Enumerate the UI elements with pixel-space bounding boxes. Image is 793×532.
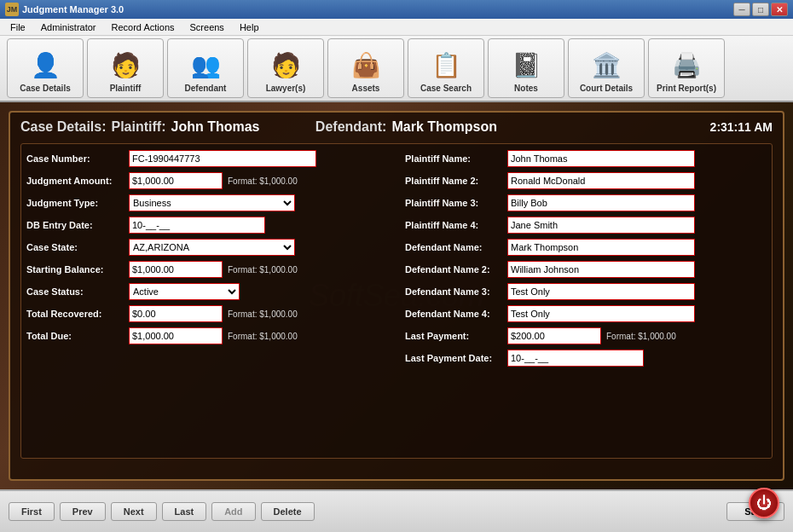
judgment-amount-format: Format: $1,000.00: [228, 176, 298, 186]
court-details-icon: 🏛️: [589, 48, 623, 82]
window-controls[interactable]: ─ □ ✕: [733, 3, 788, 16]
case-details-icon: 👤: [28, 48, 62, 82]
last-payment-date-label: Last Payment Date:: [405, 353, 507, 363]
toolbar-case-search[interactable]: 📋 Case Search: [408, 38, 484, 98]
plaintiff-icon: 🧑: [108, 48, 142, 82]
app-title: Judgment Manager 3.0: [22, 4, 124, 14]
bottom-bar: First Prev Next Last Add Delete Save: [0, 489, 793, 532]
first-button[interactable]: First: [9, 502, 55, 521]
plaintiff-name4-input[interactable]: [507, 217, 695, 234]
panel-header-left: Case Details: Plaintiff: John Thomas Def…: [20, 119, 497, 135]
toolbar-assets[interactable]: 👜 Assets: [327, 38, 404, 98]
total-recovered-label: Total Recovered:: [26, 309, 129, 319]
last-payment-format: Format: $1,000.00: [606, 332, 676, 341]
defendant-name2-row: Defendant Name 2:: [405, 260, 767, 279]
toolbar-court-details[interactable]: 🏛️ Court Details: [568, 38, 645, 98]
plaintiff-name2-input[interactable]: [507, 172, 695, 189]
defendant-name-input[interactable]: [507, 239, 695, 256]
app-icon: JM: [5, 3, 19, 16]
toolbar-defendant[interactable]: 👥 Defendant: [167, 38, 244, 98]
last-payment-date-row: Last Payment Date:: [405, 349, 767, 367]
defendant-name4-row: Defendant Name 4:: [405, 304, 767, 323]
menu-record-actions[interactable]: Record Actions: [105, 20, 182, 34]
case-time: 2:31:11 AM: [710, 120, 773, 134]
case-number-input[interactable]: [129, 150, 316, 167]
db-entry-date-row: DB Entry Date:: [26, 216, 388, 234]
total-recovered-row: Total Recovered: Format: $1,000.00: [26, 304, 388, 323]
nav-buttons: First Prev Next Last Add Delete: [9, 502, 315, 521]
last-payment-date-input[interactable]: [507, 350, 644, 367]
defendant-name4-label: Defendant Name 4:: [405, 309, 507, 319]
toolbar-case-search-label: Case Search: [420, 84, 472, 94]
assets-icon: 👜: [349, 48, 383, 82]
main-content: SoftSea.com Case Details: Plaintiff: Joh…: [0, 102, 793, 489]
menu-file[interactable]: File: [3, 20, 32, 34]
maximize-button[interactable]: □: [752, 3, 769, 16]
next-button[interactable]: Next: [111, 502, 157, 521]
toolbar-case-details[interactable]: 👤 Case Details: [7, 38, 84, 98]
defendant-name4-input[interactable]: [507, 305, 695, 322]
plaintiff-name3-input[interactable]: [507, 194, 695, 211]
starting-balance-row: Starting Balance: Format: $1,000.00: [26, 260, 388, 279]
toolbar-plaintiff[interactable]: 🧑 Plaintiff: [87, 38, 164, 98]
plaintiff-name2-row: Plaintiff Name 2:: [405, 171, 767, 190]
case-status-label: Case Status:: [26, 286, 129, 297]
minimize-button[interactable]: ─: [733, 3, 750, 16]
toolbar-lawyers[interactable]: 🧑 Lawyer(s): [247, 38, 324, 98]
prev-button[interactable]: Prev: [60, 502, 106, 521]
add-button[interactable]: Add: [211, 502, 255, 521]
total-due-row: Total Due: Format: $1,000.00: [26, 327, 388, 345]
defendant-icon: 👥: [188, 48, 223, 82]
power-button[interactable]: ⏻: [749, 488, 779, 518]
menu-screens[interactable]: Screens: [183, 20, 231, 34]
toolbar-defendant-label: Defendant: [185, 84, 227, 94]
last-button[interactable]: Last: [162, 502, 207, 521]
judgment-amount-input[interactable]: [129, 172, 223, 189]
defendant-name3-row: Defendant Name 3:: [405, 282, 767, 301]
form-left: Case Number: Judgment Amount: Format: $1…: [26, 149, 388, 453]
toolbar-court-details-label: Court Details: [580, 84, 633, 94]
defendant-label: Defendant:: [315, 119, 387, 135]
toolbar-lawyers-label: Lawyer(s): [266, 84, 306, 94]
case-state-select[interactable]: AZ,ARIZONA CA,CALIFORNIA NY,NEW YORK: [129, 239, 295, 256]
toolbar-print-reports[interactable]: 🖨️ Print Report(s): [648, 38, 725, 98]
title-bar-left: JM Judgment Manager 3.0: [5, 3, 124, 16]
close-button[interactable]: ✕: [771, 3, 788, 16]
defendant-name-header: Mark Thompson: [391, 119, 497, 135]
case-number-row: Case Number:: [26, 149, 388, 168]
case-state-label: Case State:: [26, 242, 129, 252]
toolbar-notes[interactable]: 📓 Notes: [488, 38, 564, 98]
lawyers-icon: 🧑: [269, 48, 303, 82]
defendant-name2-label: Defendant Name 2:: [405, 264, 507, 275]
toolbar-case-details-label: Case Details: [20, 84, 70, 94]
menu-help[interactable]: Help: [233, 20, 266, 34]
power-icon: ⏻: [756, 494, 772, 512]
menu-administrator[interactable]: Administrator: [34, 20, 103, 34]
defendant-name2-input[interactable]: [507, 261, 695, 278]
plaintiff-name3-label: Plaintiff Name 3:: [405, 198, 507, 208]
panel-header: Case Details: Plaintiff: John Thomas Def…: [20, 119, 773, 135]
toolbar-plaintiff-label: Plaintiff: [110, 84, 142, 94]
toolbar-print-reports-label: Print Report(s): [657, 84, 716, 94]
defendant-name-label: Defendant Name:: [405, 242, 507, 252]
total-due-input[interactable]: [129, 327, 223, 344]
notes-icon: 📓: [509, 48, 543, 82]
db-entry-date-label: DB Entry Date:: [26, 220, 129, 230]
plaintiff-name-input[interactable]: [507, 150, 695, 167]
delete-button[interactable]: Delete: [261, 502, 315, 521]
form-grid: Case Number: Judgment Amount: Format: $1…: [20, 143, 773, 459]
case-state-row: Case State: AZ,ARIZONA CA,CALIFORNIA NY,…: [26, 238, 388, 257]
case-status-select[interactable]: Active Closed Pending: [129, 283, 240, 300]
judgment-type-select[interactable]: Business Personal Civil: [129, 194, 295, 211]
defendant-name3-label: Defendant Name 3:: [405, 286, 507, 297]
defendant-name3-input[interactable]: [507, 283, 695, 300]
judgment-type-label: Judgment Type:: [26, 198, 129, 208]
db-entry-date-input[interactable]: [129, 217, 265, 234]
menu-bar: File Administrator Record Actions Screen…: [0, 19, 793, 36]
toolbar: 👤 Case Details 🧑 Plaintiff 👥 Defendant 🧑…: [0, 36, 793, 102]
judgment-type-row: Judgment Type: Business Personal Civil: [26, 194, 388, 212]
starting-balance-input[interactable]: [129, 261, 223, 278]
total-recovered-input[interactable]: [129, 305, 223, 322]
last-payment-input[interactable]: [507, 327, 601, 344]
plaintiff-name2-label: Plaintiff Name 2:: [405, 176, 507, 186]
